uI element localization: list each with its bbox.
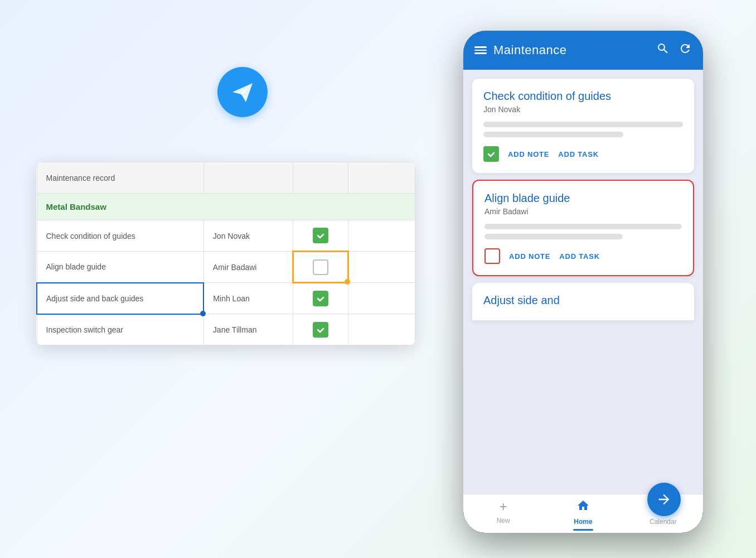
blue-corner-dot bbox=[200, 311, 206, 316]
section-label: Metal Bandsaw bbox=[46, 202, 106, 211]
check-cell-4 bbox=[293, 314, 348, 345]
mobile-phone-frame: Maintenance Check condition of guides Jo… bbox=[463, 31, 703, 533]
task-cell-4: Inspection switch gear bbox=[37, 314, 203, 345]
nav-item-new[interactable]: + New bbox=[463, 499, 543, 531]
add-note-button-1[interactable]: ADD NOTE bbox=[508, 150, 549, 158]
header-name-cell bbox=[203, 162, 293, 194]
app-title: Maintenance bbox=[493, 43, 650, 57]
add-task-button-2[interactable]: ADD TASK bbox=[559, 252, 600, 261]
person-name-3: Minh Loan bbox=[204, 283, 292, 314]
person-cell-3: Minh Loan bbox=[203, 283, 293, 314]
task-card-2-lines bbox=[484, 224, 682, 239]
add-note-button-2[interactable]: ADD NOTE bbox=[509, 252, 550, 261]
placeholder-line-3 bbox=[484, 224, 682, 229]
app-content: Check condition of guides Jon Novak ADD … bbox=[463, 70, 703, 494]
menu-line-1 bbox=[474, 46, 487, 48]
nav-item-home[interactable]: Home bbox=[543, 499, 623, 531]
placeholder-line-1 bbox=[483, 122, 683, 127]
check-indicator-2 bbox=[294, 252, 348, 282]
section-row: Metal Bandsaw bbox=[37, 194, 415, 220]
extra-cell-4 bbox=[348, 314, 415, 345]
menu-icon[interactable] bbox=[474, 46, 487, 54]
section-label-cell: Metal Bandsaw bbox=[37, 194, 415, 220]
task-card-3-title: Adjust side and bbox=[483, 294, 683, 307]
header-task-label: Maintenance record bbox=[37, 162, 203, 193]
green-checkbox-1 bbox=[313, 228, 328, 243]
task-card-1-actions: ADD NOTE ADD TASK bbox=[483, 146, 683, 162]
person-cell-2: Amir Badawi bbox=[203, 252, 293, 283]
person-name-4: Jane Tillman bbox=[204, 314, 293, 345]
extra-cell-3 bbox=[348, 283, 415, 314]
header-action-icons bbox=[656, 42, 692, 59]
check-cell-2-highlighted[interactable] bbox=[293, 252, 348, 283]
nav-home-icon bbox=[576, 499, 590, 516]
task-cell-2: Align blade guide bbox=[37, 252, 203, 283]
header-extra-cell bbox=[348, 162, 415, 194]
app-header: Maintenance bbox=[463, 31, 703, 70]
phone-screen: Maintenance Check condition of guides Jo… bbox=[463, 31, 703, 533]
nav-home-indicator bbox=[573, 529, 593, 531]
table-row: Inspection switch gear Jane Tillman bbox=[37, 314, 415, 345]
task-card-2[interactable]: Align blade guide Amir Badawi ADD NOTE A… bbox=[472, 180, 694, 276]
table-row: Check condition of guides Jon Novak bbox=[37, 220, 415, 252]
task-label-2: Align blade guide bbox=[37, 252, 203, 282]
placeholder-line-2 bbox=[483, 132, 623, 137]
task-card-2-actions: ADD NOTE ADD TASK bbox=[484, 248, 682, 264]
nav-new-icon: + bbox=[500, 499, 507, 514]
fab-action-button[interactable] bbox=[647, 483, 681, 516]
empty-checkbox-2[interactable] bbox=[313, 259, 328, 275]
task-cell-1: Check condition of guides bbox=[37, 220, 203, 252]
green-checkbox-4 bbox=[313, 322, 328, 338]
refresh-icon[interactable] bbox=[679, 42, 692, 59]
header-check-cell bbox=[293, 162, 348, 194]
task-card-1[interactable]: Check condition of guides Jon Novak ADD … bbox=[472, 79, 694, 173]
task-card-2-checkbox[interactable] bbox=[484, 248, 500, 264]
search-icon[interactable] bbox=[656, 42, 670, 59]
green-checkbox-3 bbox=[313, 291, 328, 306]
task-card-1-person: Jon Novak bbox=[483, 105, 683, 114]
task-card-1-lines bbox=[483, 122, 683, 137]
paper-plane-logo bbox=[217, 67, 268, 117]
person-name-2: Amir Badawi bbox=[204, 252, 292, 282]
placeholder-line-4 bbox=[484, 234, 623, 239]
table-header-row: Maintenance record bbox=[37, 162, 415, 194]
header-task-cell: Maintenance record bbox=[37, 162, 203, 194]
table-row: Align blade guide Amir Badawi bbox=[37, 252, 415, 283]
menu-line-2 bbox=[474, 50, 487, 51]
extra-cell-2 bbox=[348, 252, 415, 283]
nav-home-label: Home bbox=[574, 518, 592, 526]
task-card-1-title: Check condition of guides bbox=[483, 90, 683, 103]
check-indicator-3 bbox=[293, 283, 348, 314]
nav-new-label: New bbox=[497, 517, 510, 525]
task-card-2-title: Align blade guide bbox=[484, 192, 682, 205]
task-card-1-checkbox[interactable] bbox=[483, 146, 499, 162]
spreadsheet-panel: Maintenance record Metal Bandsaw Check c… bbox=[36, 162, 415, 345]
table-row: Adjust side and back guides Minh Loan bbox=[37, 283, 415, 314]
task-label-3: Adjust side and back guides bbox=[37, 283, 203, 314]
task-label-1: Check condition of guides bbox=[37, 220, 203, 251]
task-label-4: Inspection switch gear bbox=[37, 315, 203, 345]
menu-line-3 bbox=[474, 52, 487, 54]
task-card-2-person: Amir Badawi bbox=[484, 207, 682, 216]
task-cell-3-highlighted[interactable]: Adjust side and back guides bbox=[37, 283, 203, 314]
person-cell-1: Jon Novak bbox=[203, 220, 293, 252]
extra-cell-1 bbox=[348, 220, 415, 252]
maintenance-table: Maintenance record Metal Bandsaw Check c… bbox=[36, 162, 415, 345]
person-name-1: Jon Novak bbox=[204, 220, 293, 251]
nav-calendar-label: Calendar bbox=[650, 518, 677, 526]
check-cell-1 bbox=[293, 220, 348, 252]
add-task-button-1[interactable]: ADD TASK bbox=[558, 150, 599, 158]
check-cell-3 bbox=[293, 283, 348, 314]
person-cell-4: Jane Tillman bbox=[203, 314, 293, 345]
check-indicator-4 bbox=[293, 314, 348, 345]
task-card-3-partial[interactable]: Adjust side and bbox=[472, 283, 694, 320]
check-indicator-1 bbox=[293, 220, 348, 251]
